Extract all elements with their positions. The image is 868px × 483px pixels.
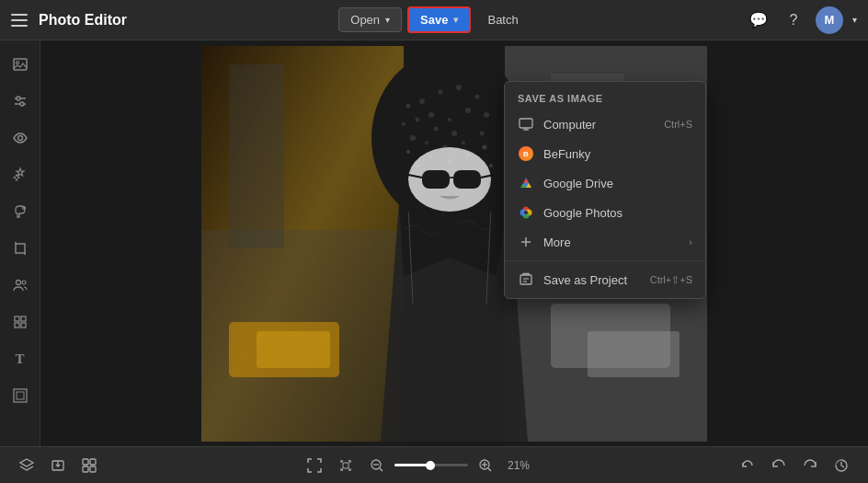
help-icon: ?	[790, 12, 798, 29]
image-icon	[12, 56, 29, 73]
svg-point-35	[484, 112, 489, 118]
zoom-out-icon	[370, 458, 384, 473]
computer-icon	[518, 116, 534, 132]
sidebar-item-touch-up[interactable]	[4, 195, 37, 228]
bottom-left-tools	[15, 454, 101, 477]
svg-point-3	[17, 97, 20, 100]
svg-rect-80	[83, 459, 88, 465]
svg-rect-17	[14, 389, 27, 402]
sidebar-item-text[interactable]: T	[4, 342, 37, 375]
fit-content-button[interactable]	[334, 454, 358, 477]
layers-button[interactable]	[15, 454, 39, 477]
zoom-slider[interactable]	[394, 464, 468, 466]
header-left: Photo Editor	[11, 11, 331, 29]
sidebar-item-image[interactable]	[4, 48, 37, 81]
left-sidebar: T	[0, 40, 40, 446]
svg-point-40	[416, 117, 420, 121]
svg-rect-61	[453, 170, 481, 189]
fit-screen-button[interactable]	[303, 454, 326, 477]
save-to-gphotos[interactable]: Google Photos	[505, 198, 705, 227]
svg-point-52	[483, 144, 487, 149]
graphics-icon	[12, 314, 29, 330]
fit-screen-icon	[306, 457, 323, 474]
undo-button[interactable]	[767, 454, 791, 477]
zoom-in-button[interactable]	[474, 454, 497, 477]
computer-label: Computer	[543, 118, 655, 132]
svg-rect-0	[14, 59, 27, 70]
svg-rect-84	[343, 463, 348, 468]
layers-icon	[18, 457, 35, 474]
sidebar-item-crop[interactable]	[4, 232, 37, 265]
save-to-gdrive[interactable]: Google Drive	[505, 168, 705, 198]
svg-point-72	[524, 211, 528, 214]
svg-point-1	[16, 62, 18, 64]
svg-point-48	[406, 103, 411, 108]
svg-point-47	[402, 122, 405, 126]
svg-point-32	[439, 89, 443, 94]
svg-rect-16	[21, 323, 26, 328]
frames-icon	[12, 387, 29, 404]
svg-rect-14	[21, 316, 26, 321]
chat-button[interactable]: 💬	[746, 7, 771, 33]
svg-point-43	[425, 141, 428, 144]
avatar-chevron-icon: ▾	[852, 15, 857, 25]
svg-point-12	[22, 281, 26, 284]
dropdown-divider	[505, 260, 705, 261]
svg-rect-18	[17, 392, 24, 399]
sidebar-item-effects[interactable]	[4, 158, 37, 191]
save-more[interactable]: More ›	[505, 227, 705, 257]
open-chevron-icon: ▾	[385, 15, 390, 25]
svg-rect-65	[520, 119, 532, 128]
svg-point-41	[434, 126, 439, 131]
sidebar-item-people[interactable]	[4, 269, 37, 302]
svg-point-53	[489, 164, 493, 167]
svg-point-39	[465, 108, 471, 113]
svg-point-46	[410, 135, 416, 141]
save-to-befunky[interactable]: B BeFunky	[505, 139, 705, 168]
header-center: Open ▾ Save ▾ Batch	[338, 6, 529, 33]
history-button[interactable]	[829, 454, 853, 477]
zoom-out-button[interactable]	[365, 454, 389, 477]
help-button[interactable]: ?	[781, 7, 806, 33]
svg-rect-81	[90, 459, 96, 465]
canvas-area: Save as Image Computer Ctrl+S	[40, 40, 868, 446]
avatar[interactable]: M	[816, 6, 843, 34]
sidebar-item-graphics[interactable]	[4, 305, 37, 339]
grid-button[interactable]	[77, 454, 101, 477]
menu-icon[interactable]	[11, 11, 29, 29]
save-to-computer[interactable]: Computer Ctrl+S	[505, 109, 705, 139]
sidebar-item-preview[interactable]	[4, 121, 37, 155]
svg-rect-75	[520, 275, 531, 284]
gphotos-label: Google Photos	[543, 206, 692, 220]
sidebar-item-frames[interactable]	[4, 379, 37, 412]
undo-icon	[771, 457, 787, 474]
adjustments-icon	[12, 93, 29, 109]
open-button[interactable]: Open ▾	[338, 7, 402, 32]
befunky-label: BeFunky	[543, 147, 692, 161]
svg-point-6	[17, 136, 22, 141]
batch-button[interactable]: Batch	[476, 8, 529, 31]
save-project-shortcut: Ctrl+⇧+S	[650, 274, 692, 286]
zoom-control: 21%	[365, 454, 535, 477]
befunky-icon: B	[518, 145, 534, 162]
svg-point-45	[462, 141, 465, 144]
header-right: 💬 ? M ▾	[537, 6, 857, 34]
sidebar-item-adjustments[interactable]	[4, 85, 37, 118]
svg-rect-82	[83, 466, 88, 472]
svg-line-87	[380, 468, 383, 471]
save-as-project[interactable]: Save as Project Ctrl+⇧+S	[505, 265, 705, 294]
rotate-ccw-button[interactable]	[736, 454, 760, 477]
svg-rect-24	[257, 331, 330, 368]
export-button[interactable]	[46, 454, 70, 477]
svg-point-33	[456, 85, 462, 90]
rotate-ccw-icon	[739, 457, 756, 474]
text-icon: T	[15, 351, 24, 367]
effects-icon	[12, 167, 29, 183]
header: Photo Editor Open ▾ Save ▾ Batch 💬 ? M ▾	[0, 0, 868, 40]
gphotos-icon	[518, 204, 534, 221]
redo-button[interactable]	[798, 454, 822, 477]
gdrive-label: Google Drive	[543, 177, 692, 190]
svg-line-91	[488, 468, 491, 471]
save-button[interactable]: Save ▾	[407, 6, 471, 33]
people-icon	[12, 277, 29, 293]
